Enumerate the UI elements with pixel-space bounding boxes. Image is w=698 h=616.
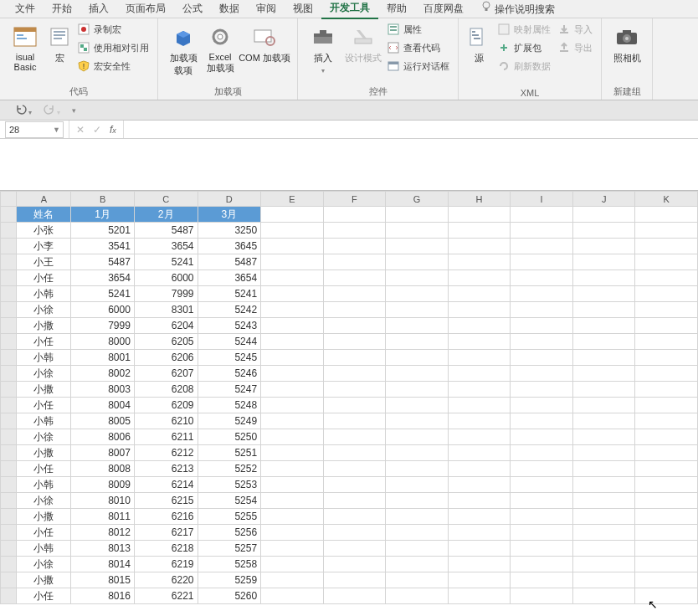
cell[interactable]: 8010 — [71, 493, 135, 509]
row-header[interactable] — [1, 286, 17, 302]
row-header[interactable] — [1, 223, 17, 239]
cell[interactable] — [323, 286, 386, 302]
cell[interactable]: 5246 — [198, 366, 261, 382]
cell[interactable] — [323, 302, 386, 318]
cell[interactable] — [386, 350, 449, 366]
view-code-button[interactable]: 查看代码 — [383, 38, 453, 57]
cell[interactable]: 8002 — [71, 366, 135, 382]
cell[interactable] — [386, 493, 449, 509]
cell[interactable] — [511, 557, 573, 572]
cell[interactable]: 5252 — [198, 461, 261, 477]
cell[interactable] — [261, 382, 324, 398]
cell[interactable] — [261, 302, 324, 318]
cell[interactable] — [448, 572, 511, 588]
cell[interactable] — [635, 366, 698, 382]
cell[interactable]: 小韩 — [17, 350, 71, 366]
cell[interactable] — [572, 525, 635, 541]
cell[interactable]: 5243 — [198, 318, 261, 334]
row-header[interactable] — [1, 477, 17, 493]
cell[interactable]: 6217 — [134, 525, 198, 541]
addins-button[interactable]: 加载项载项 — [163, 20, 203, 80]
cell[interactable]: 6211 — [134, 429, 198, 445]
row-header[interactable] — [1, 445, 17, 461]
cell[interactable]: 8001 — [71, 350, 135, 366]
row-header[interactable] — [1, 413, 17, 429]
cell[interactable] — [635, 239, 698, 254]
cell[interactable]: 3654 — [198, 270, 261, 286]
design-mode-button[interactable]: 设计模式 — [343, 20, 383, 68]
cell[interactable]: 5487 — [71, 254, 135, 270]
cell[interactable] — [635, 541, 698, 557]
row-header[interactable] — [1, 525, 17, 541]
row-header[interactable] — [1, 541, 17, 557]
cell[interactable] — [448, 557, 511, 572]
col-header-B[interactable]: B — [71, 192, 135, 207]
cell[interactable] — [323, 318, 386, 334]
cell[interactable]: 6213 — [134, 461, 198, 477]
tab-开发工具[interactable]: 开发工具 — [321, 0, 378, 19]
cell[interactable] — [386, 477, 449, 493]
cell[interactable] — [635, 557, 698, 572]
cell[interactable]: 5241 — [71, 286, 135, 302]
cell[interactable] — [635, 334, 698, 350]
cell[interactable]: 小徐 — [17, 429, 71, 445]
cell[interactable]: 8012 — [71, 525, 135, 541]
table-header[interactable]: 1月 — [71, 207, 135, 223]
cell[interactable]: 6000 — [71, 302, 135, 318]
cell[interactable]: 8013 — [71, 541, 135, 557]
cell[interactable]: 3645 — [198, 239, 261, 254]
cell[interactable] — [511, 461, 573, 477]
expansion-pack-button[interactable]: 扩展包 — [494, 38, 554, 57]
cell[interactable]: 7999 — [134, 286, 198, 302]
cell[interactable] — [511, 207, 573, 223]
cell[interactable] — [323, 366, 386, 382]
cell[interactable]: 6206 — [134, 350, 198, 366]
xml-source-button[interactable]: 源 — [464, 20, 494, 68]
row-header[interactable] — [1, 493, 17, 509]
cell[interactable] — [261, 270, 324, 286]
cell[interactable] — [261, 477, 324, 493]
cell[interactable] — [635, 254, 698, 270]
cell[interactable] — [448, 413, 511, 429]
excel-addins-button[interactable]: Excel加载项 — [203, 20, 237, 78]
com-addins-button[interactable]: COM 加载项 — [237, 20, 292, 68]
cell[interactable] — [572, 286, 635, 302]
cell[interactable] — [511, 334, 573, 350]
cell[interactable] — [635, 350, 698, 366]
cell[interactable] — [572, 461, 635, 477]
cell[interactable] — [261, 318, 324, 334]
cell[interactable] — [448, 366, 511, 382]
row-header[interactable] — [1, 429, 17, 445]
cell[interactable]: 小韩 — [17, 477, 71, 493]
cell[interactable] — [448, 429, 511, 445]
cell[interactable]: 5244 — [198, 334, 261, 350]
cell[interactable] — [261, 493, 324, 509]
row-header[interactable] — [1, 254, 17, 270]
cell[interactable]: 5253 — [198, 477, 261, 493]
cell[interactable]: 5251 — [198, 445, 261, 461]
cell[interactable] — [635, 398, 698, 413]
cell[interactable] — [635, 477, 698, 493]
cell[interactable]: 8003 — [71, 382, 135, 398]
tab-公式[interactable]: 公式 — [174, 0, 211, 18]
row-header[interactable] — [1, 239, 17, 254]
cell[interactable] — [511, 588, 573, 604]
cell[interactable]: 3654 — [134, 239, 198, 254]
cell[interactable]: 5255 — [198, 509, 261, 525]
cell[interactable] — [261, 509, 324, 525]
cell[interactable] — [511, 286, 573, 302]
fx-button[interactable]: fx — [110, 124, 116, 136]
cell[interactable] — [323, 525, 386, 541]
cell[interactable]: 8008 — [71, 461, 135, 477]
table-header[interactable]: 姓名 — [17, 207, 71, 223]
cell[interactable] — [323, 350, 386, 366]
cell[interactable]: 6218 — [134, 541, 198, 557]
map-properties-button[interactable]: 映射属性 — [494, 20, 554, 38]
cell[interactable] — [635, 318, 698, 334]
cell[interactable] — [261, 286, 324, 302]
cell[interactable] — [261, 557, 324, 572]
cell[interactable]: 5487 — [134, 223, 198, 239]
cell[interactable]: 8005 — [71, 413, 135, 429]
cell[interactable] — [572, 509, 635, 525]
cell[interactable] — [448, 286, 511, 302]
